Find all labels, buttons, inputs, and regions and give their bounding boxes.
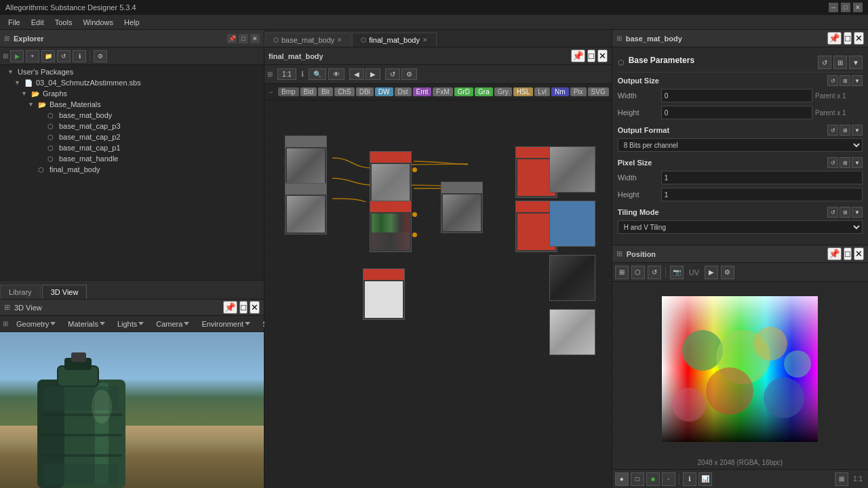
color-tool-1[interactable]: ⊞	[615, 266, 629, 279]
view3d-pop-button[interactable]: □	[239, 301, 248, 314]
minimize-button[interactable]: ─	[829, 3, 838, 12]
tree-package[interactable]: ▼ 📄 03_04_SchmutzAbstimmen.sbs	[0, 77, 264, 88]
filter-gra[interactable]: Gra	[475, 87, 493, 96]
tree-base-materials[interactable]: ▼ 📂 Base_Materials	[0, 99, 264, 110]
lights-menu[interactable]: Lights	[113, 319, 148, 329]
explorer-refresh-button[interactable]: ↺	[57, 50, 71, 62]
color-bottom-4[interactable]: ▪	[662, 472, 675, 486]
node-blend1[interactable]	[370, 151, 412, 203]
tiling-ctrl3[interactable]: ▼	[852, 207, 863, 218]
tree-user-packages[interactable]: ▼ User's Packages	[0, 66, 264, 77]
explorer-folder-button[interactable]: 📁	[41, 50, 55, 62]
tree-node-4[interactable]: ⬡ base_mat_handle	[0, 153, 264, 164]
graph-zoom-1-button[interactable]: 1:1	[277, 68, 296, 80]
filter-grd[interactable]: GrD	[454, 87, 473, 96]
view3d-tab[interactable]: 3D View	[42, 285, 87, 299]
node-center[interactable]	[441, 182, 483, 233]
node-blend2[interactable]	[370, 201, 412, 252]
graph-tab-0[interactable]: ⬡ base_mat_body ✕	[264, 33, 351, 47]
tree-node-3[interactable]: ⬡ base_mat_cap_p1	[0, 142, 264, 153]
filter-svg[interactable]: SVG	[588, 87, 609, 96]
color-canvas-area[interactable]	[612, 282, 868, 456]
node-isolated[interactable]	[363, 268, 405, 320]
graph-tab-1[interactable]: ⬡ final_mat_body ✕	[352, 33, 437, 47]
filter-hsl[interactable]: HSL	[513, 87, 533, 96]
format-ctrl2[interactable]: ⊞	[840, 125, 850, 136]
pixel-width-input[interactable]	[661, 171, 863, 184]
graph-pop-button[interactable]: □	[587, 49, 595, 62]
right-pop-button[interactable]: □	[844, 32, 852, 45]
graph-settings[interactable]: ⚙	[401, 68, 417, 80]
color-tool-2[interactable]: ⬡	[631, 266, 645, 279]
geometry-menu[interactable]: Geometry	[12, 319, 60, 329]
color-tool-3[interactable]: ↺	[648, 266, 661, 279]
output-format-select[interactable]: 8 Bits per channel	[618, 138, 863, 152]
node-canvas[interactable]	[264, 100, 612, 488]
node-tex1[interactable]	[285, 136, 327, 187]
pixel-height-input[interactable]	[661, 188, 863, 201]
filter-bld[interactable]: Bld	[300, 87, 317, 96]
color-pop-button[interactable]: □	[844, 247, 852, 260]
explorer-add-button[interactable]: +	[26, 50, 39, 62]
color-bottom-2[interactable]: □	[631, 472, 644, 486]
filter-blr[interactable]: Blr	[318, 87, 333, 96]
library-tab[interactable]: Library	[0, 285, 41, 299]
color-bottom-6[interactable]: 📊	[698, 472, 712, 486]
color-tool-6[interactable]: ⚙	[721, 266, 734, 279]
menu-file[interactable]: File	[3, 17, 26, 28]
view3d-close-button[interactable]: ✕	[250, 301, 260, 314]
filter-emt[interactable]: Emt	[413, 87, 432, 96]
color-bottom-3[interactable]: ■	[646, 472, 660, 486]
tree-node-5[interactable]: ⬡ final_mat_body	[0, 164, 264, 175]
params-ctrl-1[interactable]: ↺	[818, 56, 831, 69]
filter-gry[interactable]: Gry	[494, 87, 512, 96]
graph-view-button[interactable]: 👁	[328, 68, 344, 80]
graph-close-button[interactable]: ✕	[597, 49, 608, 62]
filter-dbl[interactable]: DBl	[356, 87, 374, 96]
filter-dw[interactable]: DW	[375, 87, 393, 96]
graph-tab-close-1[interactable]: ✕	[422, 37, 428, 43]
explorer-info-button[interactable]: ℹ	[73, 50, 86, 62]
explorer-pop-button[interactable]: □	[239, 34, 248, 43]
color-bottom-5[interactable]: ℹ	[683, 472, 696, 486]
tiling-ctrl2[interactable]: ⊞	[840, 207, 850, 218]
close-button[interactable]: ✕	[853, 3, 863, 12]
color-tool-4[interactable]: 📷	[670, 266, 684, 279]
materials-menu[interactable]: Materials	[64, 319, 109, 329]
maximize-button[interactable]: □	[841, 3, 850, 12]
graph-nav-left[interactable]: ◀	[349, 68, 364, 80]
graph-zoom-fit-button[interactable]: 🔍	[309, 68, 326, 80]
camera-menu[interactable]: Camera	[152, 319, 193, 329]
filter-nm[interactable]: Nm	[551, 87, 569, 96]
tree-node-1[interactable]: ⬡ base_mat_cap_p3	[0, 121, 264, 131]
format-ctrl3[interactable]: ▼	[852, 125, 863, 136]
graph-pin-button[interactable]: 📌	[571, 49, 585, 62]
output-size-ctrl3[interactable]: ▼	[852, 75, 863, 86]
graph-action-1[interactable]: ↺	[385, 68, 400, 80]
right-close-button[interactable]: ✕	[854, 32, 864, 45]
color-close-button[interactable]: ✕	[854, 247, 864, 260]
right-pin-button[interactable]: 📌	[827, 32, 842, 45]
width-input[interactable]	[661, 89, 812, 102]
menu-windows[interactable]: Windows	[77, 17, 119, 28]
explorer-settings-button[interactable]: ⚙	[94, 50, 107, 62]
menu-edit[interactable]: Edit	[26, 17, 50, 28]
params-ctrl-3[interactable]: ▼	[849, 56, 863, 69]
tree-graphs[interactable]: ▼ 📂 Graphs	[0, 88, 264, 99]
output-size-ctrl2[interactable]: ⊞	[840, 75, 850, 86]
tiling-ctrl1[interactable]: ↺	[827, 207, 838, 218]
graph-tab-close-0[interactable]: ✕	[337, 37, 342, 43]
menu-help[interactable]: Help	[119, 17, 145, 28]
filter-bmp[interactable]: Bmp	[278, 87, 299, 96]
filter-pix[interactable]: Pix	[570, 87, 587, 96]
menu-tools[interactable]: Tools	[50, 17, 78, 28]
color-pin-button[interactable]: 📌	[827, 247, 842, 260]
pixel-ctrl2[interactable]: ⊞	[840, 157, 850, 168]
graph-nav-right[interactable]: ▶	[366, 68, 380, 80]
color-bottom-1[interactable]: ●	[615, 472, 629, 486]
environment-menu[interactable]: Environment	[197, 319, 254, 329]
explorer-pin-button[interactable]: 📌	[227, 34, 237, 43]
pixel-ctrl3[interactable]: ▼	[852, 157, 863, 168]
tiling-mode-select[interactable]: H and V Tiling	[618, 220, 863, 234]
explorer-close-button[interactable]: ✕	[250, 34, 260, 43]
